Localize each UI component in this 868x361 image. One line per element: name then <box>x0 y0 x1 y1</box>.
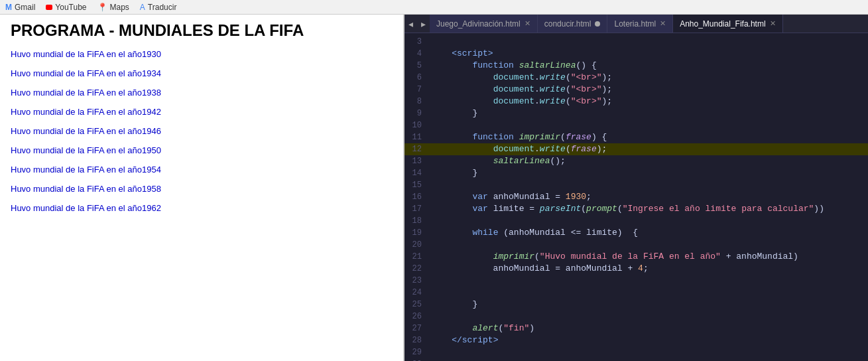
code-line: 28 </script> <box>404 334 868 346</box>
browser-list-item[interactable]: Huvo mundial de la FiFA en el año1958 <box>11 184 393 194</box>
browser-list-item[interactable]: Huvo mundial de la FiFA en el año1930 <box>11 49 393 59</box>
gmail-link[interactable]: M Gmail <box>5 3 35 12</box>
editor-panel: ◂ ▸ Juego_Adivinación.html ✕ conducir.ht… <box>404 15 868 361</box>
code-line: 13 saltarLinea(); <box>404 155 868 167</box>
line-number: 22 <box>404 263 428 275</box>
youtube-link[interactable]: YouTube <box>46 3 86 12</box>
line-code-content: var anhoMundial = 1930; <box>428 191 591 203</box>
tab-loteria-close[interactable]: ✕ <box>660 19 666 28</box>
code-line: 24 <box>404 287 868 299</box>
code-line: 26 <box>404 311 868 323</box>
line-number: 25 <box>404 299 428 311</box>
code-line: 12 document.write(frase); <box>404 143 868 155</box>
tab-conducir-label: conducir.html <box>544 19 591 29</box>
code-line: 15 <box>404 179 868 191</box>
line-code-content: <script> <box>428 48 493 60</box>
editor-tabs: ◂ ▸ Juego_Adivinación.html ✕ conducir.ht… <box>404 15 868 33</box>
maps-icon: 📍 <box>97 3 107 12</box>
line-code-content: var limite = parseInt(prompt("Ingrese el… <box>428 203 824 215</box>
youtube-label: YouTube <box>55 3 86 12</box>
gmail-icon: M <box>5 3 12 12</box>
line-number: 19 <box>404 227 428 239</box>
line-number: 11 <box>404 131 428 143</box>
line-number: 28 <box>404 334 428 346</box>
line-number: 6 <box>404 72 428 84</box>
gmail-label: Gmail <box>15 3 35 12</box>
browser-list-item[interactable]: Huvo mundial de la FiFA en el año1938 <box>11 88 393 98</box>
code-editor[interactable]: 34 <script>5 function saltarLinea() {6 d… <box>404 33 868 361</box>
line-number: 18 <box>404 215 428 227</box>
line-code-content: document.write(frase); <box>428 143 607 155</box>
code-line: 30 <box>404 358 868 361</box>
code-line: 20 <box>404 239 868 251</box>
tab-juego-close[interactable]: ✕ <box>525 19 530 28</box>
line-number: 12 <box>404 143 428 155</box>
line-number: 27 <box>404 323 428 334</box>
tab-juego[interactable]: Juego_Adivinación.html ✕ <box>430 15 538 33</box>
browser-panel: PROGRAMA - MUNDIALES DE LA FIFA Huvo mun… <box>0 15 404 361</box>
code-line: 6 document.write("<br>"); <box>404 72 868 84</box>
line-number: 3 <box>404 36 428 48</box>
code-line: 11 function imprimir(frase) { <box>404 131 868 143</box>
line-number: 20 <box>404 239 428 251</box>
browser-list-item[interactable]: Huvo mundial de la FiFA en el año1934 <box>11 68 393 78</box>
code-line: 7 document.write("<br>"); <box>404 84 868 96</box>
tab-anho-close[interactable]: ✕ <box>770 19 776 28</box>
browser-list-item[interactable]: Huvo mundial de la FiFA en el año1962 <box>11 203 393 213</box>
youtube-icon <box>46 5 52 10</box>
code-line: 14 } <box>404 167 868 179</box>
line-code-content: document.write("<br>"); <box>428 84 612 96</box>
line-code-content: saltarLinea(); <box>428 155 566 167</box>
code-line: 16 var anhoMundial = 1930; <box>404 191 868 203</box>
line-number: 24 <box>404 287 428 299</box>
tab-juego-label: Juego_Adivinación.html <box>436 19 521 29</box>
tab-conducir[interactable]: conducir.html <box>538 15 608 33</box>
tab-conducir-dot <box>595 21 600 27</box>
line-number: 29 <box>404 346 428 358</box>
translate-icon: A <box>140 3 145 12</box>
line-code-content: while (anhoMundial <= limite) { <box>428 227 638 239</box>
main-content: PROGRAMA - MUNDIALES DE LA FIFA Huvo mun… <box>0 15 868 361</box>
translate-link[interactable]: A Traducir <box>140 3 177 12</box>
tab-loteria[interactable]: Loteria.html ✕ <box>607 15 673 33</box>
code-line: 18 <box>404 215 868 227</box>
code-line: 3 <box>404 36 868 48</box>
line-number: 16 <box>404 191 428 203</box>
browser-list-item[interactable]: Huvo mundial de la FiFA en el año1954 <box>11 165 393 175</box>
line-code-content: anhoMundial = anhoMundial + 4; <box>428 263 649 275</box>
line-code-content: imprimir("Huvo mundial de la FiFA en el … <box>428 251 798 263</box>
tab-anho[interactable]: Anho_Mundial_Fifa.html ✕ <box>673 15 782 33</box>
code-line: 9 } <box>404 108 868 119</box>
line-code-content: </script> <box>428 334 498 346</box>
tab-anho-label: Anho_Mundial_Fifa.html <box>680 19 765 29</box>
line-number: 14 <box>404 167 428 179</box>
line-number: 13 <box>404 155 428 167</box>
code-line: 4 <script> <box>404 48 868 60</box>
code-line: 10 <box>404 119 868 131</box>
code-line: 22 anhoMundial = anhoMundial + 4; <box>404 263 868 275</box>
browser-list-item[interactable]: Huvo mundial de la FiFA en el año1946 <box>11 126 393 136</box>
code-line: 21 imprimir("Huvo mundial de la FiFA en … <box>404 251 868 263</box>
line-number: 9 <box>404 108 428 119</box>
code-line: 27 alert("fin") <box>404 323 868 334</box>
line-code-content: document.write("<br>"); <box>428 96 612 108</box>
browser-list-item[interactable]: Huvo mundial de la FiFA en el año1942 <box>11 107 393 117</box>
line-number: 4 <box>404 48 428 60</box>
line-number: 5 <box>404 60 428 72</box>
code-line: 29 <box>404 346 868 358</box>
line-number: 26 <box>404 311 428 323</box>
code-line: 8 document.write("<br>"); <box>404 96 868 108</box>
line-number: 15 <box>404 179 428 191</box>
line-code-content: } <box>428 167 477 179</box>
code-line: 19 while (anhoMundial <= limite) { <box>404 227 868 239</box>
topbar: M Gmail YouTube 📍 Maps A Traducir <box>0 0 868 15</box>
maps-label: Maps <box>110 3 129 12</box>
maps-link[interactable]: 📍 Maps <box>97 3 129 12</box>
browser-list-item[interactable]: Huvo mundial de la FiFA en el año1950 <box>11 145 393 155</box>
line-code-content: function imprimir(frase) { <box>428 131 607 143</box>
code-line: 17 var limite = parseInt(prompt("Ingrese… <box>404 203 868 215</box>
tab-nav-left[interactable]: ◂ <box>404 15 417 33</box>
tab-nav-right[interactable]: ▸ <box>417 15 430 33</box>
line-number: 7 <box>404 84 428 96</box>
tab-loteria-label: Loteria.html <box>614 19 656 29</box>
